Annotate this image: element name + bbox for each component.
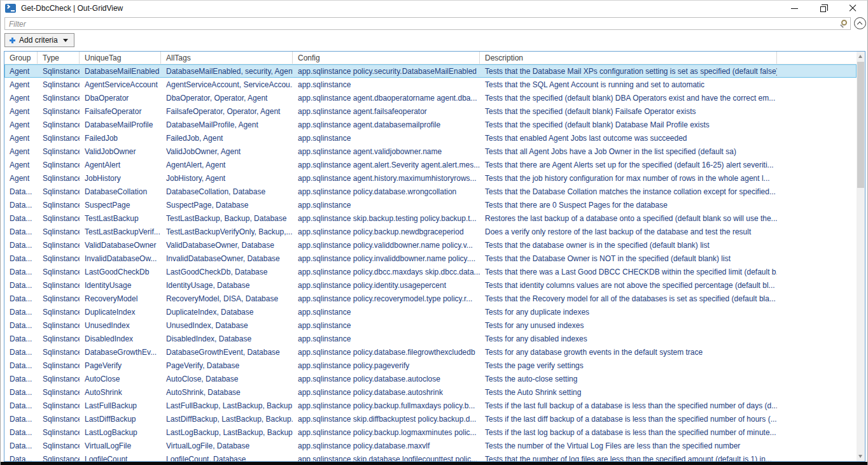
- column-header-description[interactable]: Description: [480, 52, 777, 64]
- cell-description: Tests for any disabled indexes: [480, 334, 777, 343]
- table-row[interactable]: AgentSqlinstanceAgentServiceAccountAgent…: [4, 78, 857, 91]
- cell-alltags: LastGoodCheckDb, Database: [161, 268, 293, 276]
- table-row[interactable]: AgentSqlinstanceDatabaseMailEnabledDatab…: [4, 64, 857, 78]
- cell-alltags: ValidJobOwner, Agent: [161, 147, 293, 156]
- cell-description: Tests that the Database Owner is NOT in …: [480, 254, 777, 263]
- cell-uniquetag: TestLastBackupVerif...: [80, 227, 161, 236]
- table-row[interactable]: Data...SqlinstanceSuspectPageSuspectPage…: [4, 198, 857, 211]
- cell-type: Sqlinstance: [38, 294, 80, 303]
- cell-description: Tests that identity columns values are n…: [480, 281, 777, 290]
- column-header-type[interactable]: Type: [38, 52, 80, 64]
- filter-input[interactable]: [5, 18, 850, 30]
- table-row[interactable]: AgentSqlinstanceFailsafeOperatorFailsafe…: [4, 104, 857, 118]
- cell-uniquetag: LastFullBackup: [80, 401, 161, 410]
- cell-uniquetag: FailedJob: [80, 134, 161, 143]
- vertical-scrollbar[interactable]: [857, 52, 865, 461]
- cell-description: Tests for any unused indexes: [480, 321, 777, 330]
- table-row[interactable]: Data...SqlinstanceLastDiffBackupLastDiff…: [4, 412, 857, 426]
- cell-type: Sqlinstance: [38, 107, 80, 116]
- table-row[interactable]: Data...SqlinstanceValidDatabaseOwnerVali…: [4, 238, 857, 252]
- table-row[interactable]: Data...SqlinstancePageVerifyPageVerify, …: [4, 359, 857, 372]
- cell-alltags: IdentityUsage, Database: [161, 281, 293, 290]
- table-row[interactable]: Data...SqlinstanceDatabaseGrowthEv...Dat…: [4, 345, 857, 359]
- cell-config: app.sqlinstance agent.alert.Severity age…: [293, 161, 480, 169]
- cell-type: Sqlinstance: [38, 227, 80, 236]
- cell-alltags: InvalidDatabaseOwner, Database: [161, 254, 293, 263]
- cell-config: app.sqlinstance policy.recoverymodel.typ…: [293, 294, 480, 303]
- cell-description: Tests that the specified (default blank)…: [480, 94, 777, 103]
- column-header-config[interactable]: Config: [293, 52, 480, 64]
- restore-button[interactable]: [809, 1, 838, 16]
- cell-config: app.sqlinstance policy.backup.logmaxminu…: [293, 428, 480, 437]
- minimize-button[interactable]: [780, 1, 809, 16]
- cell-uniquetag: DuplicateIndex: [80, 308, 161, 317]
- cell-config: app.sqlinstance policy.pageverify: [293, 361, 480, 370]
- cell-config: app.sqlinstance policy.database.autoshri…: [293, 388, 480, 397]
- cell-group: Data...: [4, 441, 38, 450]
- table-row[interactable]: Data...SqlinstanceLastLogBackupLastLogBa…: [4, 426, 857, 439]
- table-row[interactable]: Data...SqlinstanceDuplicateIndexDuplicat…: [4, 305, 857, 318]
- table-row[interactable]: Data...SqlinstanceVirtualLogFileVirtualL…: [4, 439, 857, 452]
- cell-group: Data...: [4, 401, 38, 410]
- table-row[interactable]: Data...SqlinstanceInvalidDatabaseOw...In…: [4, 252, 857, 265]
- cell-group: Agent: [4, 161, 38, 169]
- column-header-uniquetag[interactable]: UniqueTag: [80, 52, 161, 64]
- chevron-down-icon: [63, 39, 68, 42]
- table-row[interactable]: Data...SqlinstanceRecoveryModelRecoveryM…: [4, 292, 857, 305]
- cell-uniquetag: AutoClose: [80, 375, 161, 383]
- close-button[interactable]: [838, 1, 867, 16]
- table-row[interactable]: AgentSqlinstanceDbaOperatorDbaOperator, …: [4, 91, 857, 104]
- cell-type: Sqlinstance: [38, 201, 80, 210]
- cell-description: Tests for any database growth events in …: [480, 348, 777, 357]
- cell-type: Sqlinstance: [38, 80, 80, 89]
- table-row[interactable]: Data...SqlinstanceDisabledIndexDisabledI…: [4, 332, 857, 345]
- filter-input-container: [4, 17, 851, 30]
- cell-type: Sqlinstance: [38, 161, 80, 169]
- table-row[interactable]: AgentSqlinstanceFailedJobFailedJob, Agen…: [4, 131, 857, 145]
- table-row[interactable]: AgentSqlinstanceValidJobOwnerValidJobOwn…: [4, 145, 857, 158]
- scroll-down-button[interactable]: [857, 452, 865, 461]
- scroll-up-button[interactable]: [857, 52, 865, 61]
- column-header-group[interactable]: Group: [4, 52, 38, 64]
- column-header-alltags[interactable]: AllTags: [161, 52, 293, 64]
- cell-group: Data...: [4, 227, 38, 236]
- cell-group: Data...: [4, 281, 38, 290]
- cell-type: Sqlinstance: [38, 187, 80, 196]
- table-row[interactable]: AgentSqlinstanceAgentAlertAgentAlert, Ag…: [4, 158, 857, 171]
- table-row[interactable]: Data...SqlinstanceAutoShrinkAutoShrink, …: [4, 385, 857, 399]
- cell-config: app.sqlinstance agent.history.maximumhis…: [293, 174, 480, 183]
- cell-alltags: DatabaseCollation, Database: [161, 187, 293, 196]
- cell-type: Sqlinstance: [38, 388, 80, 397]
- table-row[interactable]: AgentSqlinstanceDatabaseMailProfileDatab…: [4, 118, 857, 131]
- scrollbar-thumb[interactable]: [857, 62, 864, 188]
- cell-uniquetag: SuspectPage: [80, 201, 161, 210]
- add-criteria-button[interactable]: Add criteria: [4, 33, 74, 47]
- table-row[interactable]: Data...SqlinstanceDatabaseCollationDatab…: [4, 185, 857, 198]
- table-row[interactable]: Data...SqlinstanceIdentityUsageIdentityU…: [4, 278, 857, 292]
- table-row[interactable]: Data...SqlinstanceLogfileCountLogfileCou…: [4, 452, 857, 461]
- restore-icon: [820, 6, 826, 12]
- cell-uniquetag: UnusedIndex: [80, 321, 161, 330]
- cell-group: Data...: [4, 375, 38, 383]
- cell-type: Sqlinstance: [38, 67, 80, 76]
- table-row[interactable]: Data...SqlinstanceLastGoodCheckDbLastGoo…: [4, 265, 857, 278]
- cell-alltags: DbaOperator, Operator, Agent: [161, 94, 293, 103]
- cell-alltags: ValidDatabaseOwner, Database: [161, 241, 293, 250]
- cell-type: Sqlinstance: [38, 308, 80, 317]
- table-row[interactable]: AgentSqlinstanceJobHistoryJobHistory, Ag…: [4, 171, 857, 185]
- table-row[interactable]: Data...SqlinstanceTestLastBackupTestLast…: [4, 211, 857, 225]
- table-row[interactable]: Data...SqlinstanceLastFullBackupLastFull…: [4, 399, 857, 412]
- cell-config: app.sqlinstance: [293, 201, 480, 210]
- table-row[interactable]: Data...SqlinstanceTestLastBackupVerif...…: [4, 225, 857, 238]
- collapse-criteria-button[interactable]: [854, 17, 866, 29]
- cell-group: Data...: [4, 268, 38, 276]
- cell-alltags: TestLastBackup, Backup, Database: [161, 214, 293, 223]
- table-row[interactable]: Data...SqlinstanceUnusedIndexUnusedIndex…: [4, 318, 857, 332]
- cell-type: Sqlinstance: [38, 241, 80, 250]
- cell-uniquetag: AutoShrink: [80, 388, 161, 397]
- table-row[interactable]: Data...SqlinstanceAutoCloseAutoClose, Da…: [4, 372, 857, 385]
- cell-config: app.sqlinstance policy.security.Database…: [293, 67, 480, 76]
- window-bottom-edge: [1, 462, 867, 465]
- cell-description: Does a verify only restore of the last b…: [480, 227, 777, 236]
- cell-group: Data...: [4, 415, 38, 424]
